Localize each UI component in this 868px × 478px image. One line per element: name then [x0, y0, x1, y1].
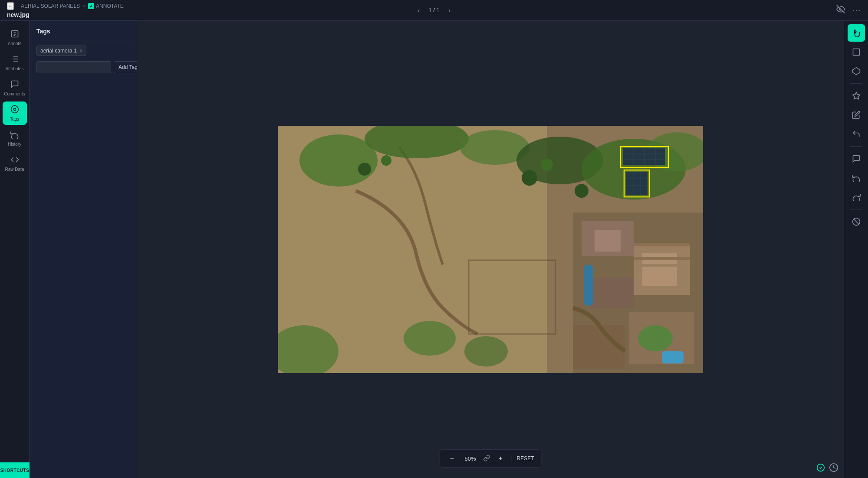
- zoom-reset-button[interactable]: RESET: [516, 455, 534, 462]
- page-indicator: 1 / 1: [428, 7, 439, 13]
- tag-chip-remove-button[interactable]: ×: [79, 48, 82, 53]
- filename-title: new.jpg: [7, 11, 124, 18]
- svg-point-9: [13, 108, 16, 111]
- back-arrow-icon: ←: [8, 3, 13, 9]
- annots-icon: [10, 29, 19, 39]
- svg-rect-50: [626, 172, 648, 195]
- svg-point-25: [575, 184, 589, 198]
- toolbar-divider-1: [850, 83, 862, 84]
- svg-point-8: [11, 106, 18, 113]
- image-container: [278, 126, 703, 373]
- svg-rect-44: [623, 148, 665, 165]
- svg-rect-56: [853, 49, 859, 56]
- history-label: History: [8, 142, 21, 147]
- pointer-tool-button[interactable]: [848, 24, 865, 42]
- nav-right: ⋯: [836, 5, 861, 16]
- sidebar-item-history[interactable]: History: [3, 127, 27, 150]
- svg-point-23: [522, 170, 537, 186]
- tags-add-row: Add Tag: [36, 61, 130, 73]
- sidebar-item-tags[interactable]: Tags: [3, 101, 27, 125]
- prev-page-button[interactable]: ‹: [414, 5, 423, 16]
- annotate-label-text: ANNOTATE: [96, 3, 124, 9]
- rawdata-label: Raw Data: [5, 167, 24, 172]
- bottom-right-icons: [816, 463, 838, 475]
- clear-button[interactable]: [848, 213, 865, 230]
- breadcrumb-annotate: A ANNOTATE: [88, 3, 124, 9]
- tags-list: aerial-camera-1 ×: [36, 46, 130, 56]
- svg-line-60: [854, 219, 859, 224]
- svg-point-35: [638, 325, 673, 351]
- sidebar-item-rawdata[interactable]: Raw Data: [3, 152, 27, 175]
- attributes-icon: [10, 55, 19, 65]
- rectangle-tool-button[interactable]: [848, 43, 865, 61]
- aerial-image: [278, 126, 703, 373]
- zoom-link-button[interactable]: [483, 455, 490, 463]
- svg-point-24: [541, 159, 553, 171]
- main-layout: Annots Attributes Comments: [0, 21, 868, 478]
- more-options-button[interactable]: ⋯: [852, 5, 861, 16]
- back-button[interactable]: ←: [7, 2, 14, 10]
- rawdata-icon: [10, 155, 19, 165]
- zoom-divider: [511, 455, 511, 462]
- next-page-button[interactable]: ›: [445, 5, 454, 16]
- comment-tool-button[interactable]: [848, 150, 865, 167]
- transform-tool-button[interactable]: [848, 125, 865, 143]
- breadcrumb: ← AERIAL SOLAR PANELS > A ANNOTATE: [7, 2, 124, 10]
- svg-point-18: [404, 321, 456, 356]
- svg-rect-40: [634, 264, 690, 267]
- sidebar-item-comments[interactable]: Comments: [3, 76, 27, 100]
- toggle-icon-2[interactable]: [829, 463, 838, 475]
- zoom-level: 50%: [462, 455, 478, 462]
- comments-label: Comments: [4, 92, 25, 96]
- top-nav: ← AERIAL SOLAR PANELS > A ANNOTATE new.j…: [0, 0, 868, 21]
- sidebar-icons: Annots Attributes Comments: [0, 21, 30, 478]
- zoom-in-button[interactable]: +: [495, 453, 506, 464]
- history-icon: [10, 130, 19, 140]
- zoom-controls: − 50% + RESET: [439, 449, 541, 468]
- annots-label: Annots: [8, 41, 21, 46]
- svg-rect-37: [634, 243, 690, 246]
- annotate-icon: A: [88, 3, 94, 9]
- svg-point-19: [464, 336, 508, 367]
- nav-left: ← AERIAL SOLAR PANELS > A ANNOTATE new.j…: [7, 2, 124, 18]
- page-navigation: ‹ 1 / 1 ›: [414, 5, 454, 16]
- tags-panel-title: Tags: [36, 28, 130, 35]
- toggle-icon-1[interactable]: [816, 463, 825, 475]
- svg-rect-36: [662, 351, 684, 363]
- breadcrumb-project: AERIAL SOLAR PANELS: [21, 3, 80, 9]
- svg-rect-29: [590, 278, 634, 308]
- tags-panel: Tags aerial-camera-1 × Add Tag: [30, 21, 137, 478]
- tag-chip-label: aerial-camera-1: [40, 48, 77, 54]
- svg-point-21: [358, 163, 371, 176]
- svg-rect-34: [584, 265, 593, 306]
- polygon-tool-button[interactable]: [848, 62, 865, 80]
- sidebar-item-attributes[interactable]: Attributes: [3, 51, 27, 75]
- sidebar-item-annots[interactable]: Annots: [3, 26, 27, 49]
- svg-rect-38: [634, 250, 690, 253]
- pencil-tool-button[interactable]: [848, 106, 865, 124]
- redo-button[interactable]: [848, 188, 865, 206]
- eye-off-button[interactable]: [836, 5, 845, 16]
- shortcuts-button[interactable]: SHORTCUTS: [0, 462, 30, 478]
- tags-icon: [10, 105, 19, 115]
- svg-marker-57: [852, 68, 860, 75]
- breadcrumb-sep: >: [82, 3, 85, 9]
- tag-input[interactable]: [36, 61, 111, 73]
- toolbar-divider-2: [850, 146, 862, 147]
- svg-rect-39: [634, 257, 690, 260]
- zoom-out-button[interactable]: −: [447, 453, 457, 464]
- tags-label: Tags: [10, 117, 19, 121]
- toolbar-divider-3: [850, 209, 862, 210]
- right-toolbar: [844, 21, 868, 478]
- svg-marker-58: [852, 92, 860, 99]
- comments-icon: [10, 80, 19, 90]
- svg-point-22: [381, 155, 391, 166]
- svg-rect-28: [595, 230, 621, 252]
- tag-chip: aerial-camera-1 ×: [36, 46, 86, 56]
- tags-divider: [36, 40, 130, 40]
- aerial-svg: [278, 126, 703, 373]
- magic-tool-button[interactable]: [848, 87, 865, 105]
- attributes-label: Attributes: [5, 66, 23, 71]
- canvas-area[interactable]: − 50% + RESET: [137, 21, 844, 478]
- undo-button[interactable]: [848, 169, 865, 187]
